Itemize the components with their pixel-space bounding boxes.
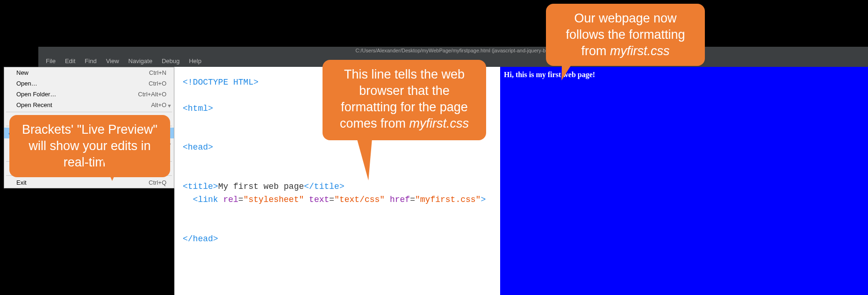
callout-tail-icon [103, 159, 122, 181]
menu-edit[interactable]: Edit [60, 56, 80, 66]
code-title-text: My first web page [218, 182, 304, 191]
code-head-open: <head> [183, 143, 213, 152]
title-bar-path: C:/Users/Alexander/Desktop/myWebPage/myf… [38, 47, 868, 55]
code-attr-href: href [390, 195, 410, 204]
annotation-callout-link-tag: This line tells the web browser that the… [323, 60, 486, 140]
fold-icon[interactable]: ▼ [168, 102, 171, 110]
menu-file[interactable]: File [41, 56, 60, 66]
code-attr-rel: rel [223, 195, 238, 204]
menu-item-new[interactable]: NewCtrl+N [4, 67, 174, 78]
menu-item-open-recent[interactable]: Open RecentAlt+O [4, 100, 174, 110]
menu-separator [6, 112, 172, 112]
callout-tail-icon [346, 129, 373, 180]
code-val-href: "myfirst.css" [415, 195, 481, 204]
code-link-close: > [481, 195, 486, 204]
menu-view[interactable]: View [101, 56, 124, 66]
menu-debug[interactable]: Debug [157, 56, 184, 66]
menu-item-open[interactable]: Open…Ctrl+O [4, 78, 174, 89]
code-doctype: <!DOCTYPE HTML> [183, 78, 258, 87]
code-attr-text: text [309, 195, 329, 204]
code-head-close: </head> [183, 234, 218, 244]
live-preview-pane: Hi, this is my first web page! [500, 67, 868, 295]
code-val-rel: "stylesheet" [244, 195, 304, 204]
menu-navigate[interactable]: Navigate [124, 56, 157, 66]
code-title-close: </title> [304, 182, 344, 191]
code-val-text: "text/css" [334, 195, 385, 204]
menu-find[interactable]: Find [80, 56, 101, 66]
code-title-open: <title> [183, 182, 218, 191]
annotation-callout-live-preview: Brackets' "Live Preview" will show your … [9, 115, 170, 177]
preview-body-text: Hi, this is my first web page! [504, 71, 595, 79]
code-html-open: <html> [183, 104, 213, 113]
menu-help[interactable]: Help [184, 56, 206, 66]
menu-item-exit[interactable]: ExitCtrl+Q [4, 177, 174, 188]
menu-item-open-folder[interactable]: Open Folder…Ctrl+Alt+O [4, 89, 174, 100]
code-link-open: <link [193, 195, 218, 204]
